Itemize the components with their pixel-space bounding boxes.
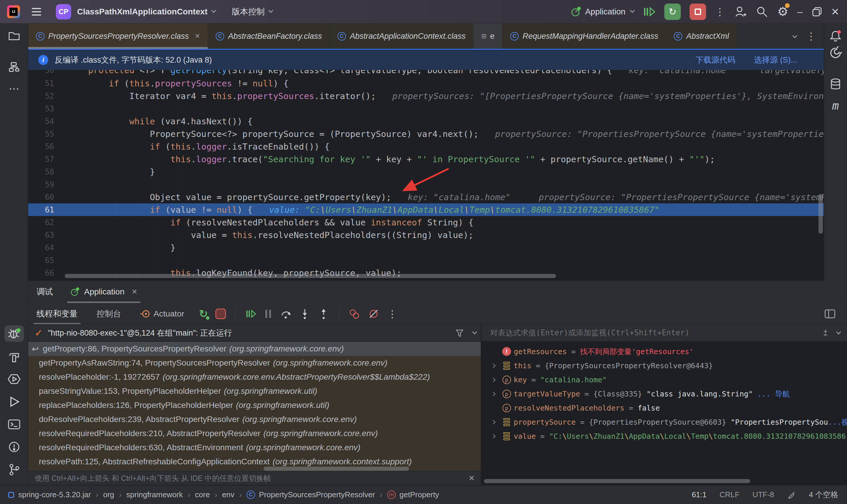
chevron-down-icon[interactable] bbox=[836, 329, 841, 335]
mute-breakpoints-icon[interactable] bbox=[368, 308, 380, 320]
minimize-icon[interactable]: – bbox=[797, 6, 803, 17]
line-number[interactable]: 54 bbox=[28, 117, 54, 126]
read-only-icon[interactable] bbox=[787, 490, 796, 499]
expand-chevron-icon[interactable] bbox=[491, 420, 496, 425]
stack-frame[interactable]: resolvePath:125, AbstractRefreshableConf… bbox=[28, 455, 481, 469]
expand-chevron-icon[interactable] bbox=[491, 363, 496, 368]
tab-console[interactable]: 控制台 bbox=[93, 303, 124, 324]
indent-setting[interactable]: 4 个空格 bbox=[809, 490, 838, 500]
variable-link[interactable]: ...视图 bbox=[828, 417, 847, 427]
breadcrumb-item[interactable]: org bbox=[103, 490, 114, 499]
line-number[interactable]: 56 bbox=[28, 142, 54, 151]
line-number[interactable]: 61 bbox=[28, 205, 54, 214]
code-editor[interactable]: 50 protected <T> T getProperty(String ke… bbox=[28, 70, 824, 281]
editor-tab[interactable]: ≡e bbox=[473, 23, 502, 49]
tab-actuator[interactable]: Actuator bbox=[137, 303, 187, 324]
hidden-tabs-chevron-icon[interactable] bbox=[792, 33, 797, 38]
expand-chevron-icon[interactable] bbox=[491, 392, 496, 396]
more-actions-icon[interactable]: ⋮ bbox=[715, 9, 725, 15]
line-number[interactable]: 60 bbox=[28, 193, 54, 202]
horizontal-scrollbar[interactable] bbox=[65, 274, 556, 278]
variable-row[interactable]: presolveNestedPlaceholders = false bbox=[481, 401, 847, 415]
close-icon[interactable]: ✕ bbox=[831, 6, 840, 18]
line-number[interactable]: 63 bbox=[28, 231, 54, 239]
services-tool-window-icon[interactable] bbox=[8, 373, 21, 385]
line-number[interactable]: 50 bbox=[28, 70, 54, 75]
line-number[interactable]: 64 bbox=[28, 243, 54, 252]
more-tool-windows-icon[interactable]: ⋯ bbox=[9, 83, 19, 95]
stack-frame[interactable]: resolveRequiredPlaceholders:210, Abstrac… bbox=[28, 427, 481, 440]
breadcrumb-item[interactable]: getProperty bbox=[399, 490, 439, 499]
run-tool-window-icon[interactable] bbox=[8, 396, 20, 408]
git-tool-window-icon[interactable] bbox=[8, 464, 20, 476]
expand-chevron-icon[interactable] bbox=[491, 377, 496, 382]
watch-input-row[interactable]: 对表达式求值(Enter)或添加监视(Ctrl+Shift+Enter) +∞ bbox=[481, 324, 847, 342]
debug-more-icon[interactable]: ⋮ bbox=[387, 311, 397, 317]
settings-gear-icon[interactable]: ⚙ bbox=[777, 4, 789, 19]
rerun-icon[interactable]: ↻ bbox=[199, 309, 208, 319]
variables-list[interactable]: !getResources = 找不到局部变量'getResources'thi… bbox=[481, 344, 847, 450]
stack-frame[interactable]: ↩getProperty:86, PropertySourcesProperty… bbox=[28, 342, 481, 356]
editor-tab[interactable]: CAbstractBeanFactory.class bbox=[208, 23, 330, 49]
line-number[interactable]: 53 bbox=[28, 104, 54, 113]
line-number[interactable]: 57 bbox=[28, 155, 54, 164]
rerun-debug-button[interactable]: ↻ bbox=[664, 3, 681, 20]
project-folder-icon[interactable] bbox=[8, 30, 20, 41]
layout-settings-icon[interactable] bbox=[825, 309, 835, 318]
close-tab-icon[interactable]: ✕ bbox=[195, 32, 200, 40]
ai-assistant-icon[interactable] bbox=[829, 47, 842, 59]
debug-tool-window-icon[interactable] bbox=[4, 325, 24, 342]
notifications-bell-icon[interactable] bbox=[829, 30, 842, 42]
close-hint-icon[interactable]: ✕ bbox=[468, 474, 475, 483]
download-sources-link[interactable]: 下载源代码 bbox=[695, 55, 735, 65]
view-breakpoints-icon[interactable] bbox=[348, 308, 360, 320]
problems-tool-window-icon[interactable] bbox=[8, 441, 20, 453]
tab-options-icon[interactable]: ⋮ bbox=[806, 33, 816, 39]
resume-icon[interactable] bbox=[245, 308, 256, 320]
close-session-icon[interactable]: ✕ bbox=[132, 288, 137, 296]
caret-position[interactable]: 61:1 bbox=[692, 490, 707, 499]
add-watch-icon[interactable]: +∞ bbox=[824, 328, 828, 337]
variable-row[interactable]: this = {PropertySourcesPropertyResolver@… bbox=[481, 359, 847, 373]
thread-status-row[interactable]: ✓ "http-nio-8080-exec-1"@5,124 在组"main":… bbox=[28, 324, 481, 342]
line-number[interactable]: 62 bbox=[28, 218, 54, 227]
stop-button[interactable] bbox=[690, 3, 706, 20]
variable-row[interactable]: !getResources = 找不到局部变量'getResources' bbox=[481, 344, 847, 359]
variable-row[interactable]: propertySource = {PropertiesPropertySour… bbox=[481, 415, 847, 429]
line-number[interactable]: 65 bbox=[28, 256, 54, 265]
variable-row[interactable]: value = "C:\Users\ZhuanZ1\AppData\Local\… bbox=[481, 429, 847, 443]
line-number[interactable]: 58 bbox=[28, 167, 54, 176]
variable-link[interactable]: ... 导航 bbox=[757, 389, 790, 399]
resume-program-icon[interactable] bbox=[642, 5, 656, 18]
breadcrumb-item[interactable]: spring-core-5.3.20.jar bbox=[18, 490, 91, 499]
debug-session-tab[interactable]: Application ✕ bbox=[67, 281, 140, 303]
editor-tab[interactable]: CAbstractApplicationContext.class bbox=[330, 23, 473, 49]
pause-icon[interactable] bbox=[264, 309, 273, 319]
structure-icon[interactable] bbox=[8, 61, 20, 73]
project-name[interactable]: ClassPathXmlApplicationContext bbox=[77, 7, 207, 16]
vertical-scrollbar[interactable] bbox=[818, 194, 823, 234]
line-number[interactable]: 66 bbox=[28, 269, 54, 277]
line-number[interactable]: 52 bbox=[28, 92, 54, 101]
breadcrumb-item[interactable]: core bbox=[195, 490, 210, 499]
stack-frame[interactable]: doResolvePlaceholders:239, AbstractPrope… bbox=[28, 412, 481, 427]
search-icon[interactable] bbox=[756, 5, 768, 18]
step-over-icon[interactable] bbox=[280, 308, 292, 320]
run-configuration-select[interactable]: Application bbox=[570, 6, 634, 17]
filter-funnel-icon[interactable] bbox=[455, 328, 464, 338]
editor-tab[interactable]: CAbstractXml bbox=[666, 23, 737, 49]
line-number[interactable]: 59 bbox=[28, 180, 54, 189]
editor-tab[interactable]: CRequestMappingHandlerAdapter.class bbox=[502, 23, 666, 49]
step-out-icon[interactable] bbox=[318, 308, 329, 320]
line-number[interactable]: 51 bbox=[28, 79, 54, 88]
main-menu-icon[interactable] bbox=[32, 8, 41, 16]
editor-tab[interactable]: CPropertySourcesPropertyResolver.class✕ bbox=[28, 23, 208, 49]
add-user-icon[interactable] bbox=[734, 5, 747, 18]
variable-row[interactable]: pkey = "catalina.home" bbox=[481, 373, 847, 387]
database-tool-window-icon[interactable] bbox=[829, 78, 842, 91]
terminal-tool-window-icon[interactable] bbox=[8, 419, 21, 430]
choose-sources-link[interactable]: 选择源 (S)... bbox=[754, 55, 797, 65]
stop-icon[interactable] bbox=[215, 309, 226, 319]
maven-tool-window-icon[interactable]: m bbox=[832, 99, 839, 112]
stack-frame[interactable]: parseStringValue:153, PropertyPlaceholde… bbox=[28, 384, 481, 398]
